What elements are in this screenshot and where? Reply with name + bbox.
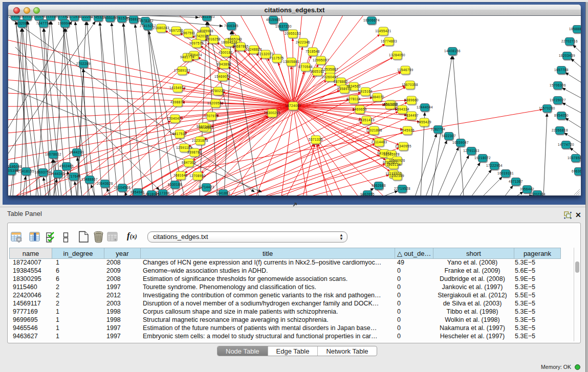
svg-text:12505978: 12505978 [383,152,400,156]
svg-text:8954941: 8954941 [130,190,145,194]
svg-text:16559047: 16559047 [452,141,469,144]
svg-text:1469656: 1469656 [353,107,367,111]
svg-text:2717644: 2717644 [67,174,81,178]
svg-text:19578342: 19578342 [137,19,154,23]
svg-text:8384070: 8384070 [370,95,384,99]
svg-text:18724007: 18724007 [285,104,301,107]
svg-text:15561611: 15561611 [382,103,398,106]
svg-text:12591184: 12591184 [176,146,192,149]
svg-text:7117575: 7117575 [270,56,284,60]
svg-text:18078612: 18078612 [45,152,61,156]
svg-text:7066345: 7066345 [224,24,238,28]
svg-text:16774803: 16774803 [381,39,397,43]
svg-text:18588807: 18588807 [569,27,581,31]
svg-text:5441883: 5441883 [216,191,230,195]
svg-text:17811503: 17811503 [199,16,215,18]
svg-text:11455421: 11455421 [375,29,391,33]
svg-text:2702289: 2702289 [76,62,91,65]
svg-text:18203439: 18203439 [559,54,575,57]
svg-text:8954050: 8954050 [554,114,569,117]
svg-text:9282794: 9282794 [431,127,445,131]
svg-text:4502465: 4502465 [59,164,74,168]
svg-text:1282389: 1282389 [390,174,404,178]
svg-text:9662655: 9662655 [360,192,375,195]
svg-text:4398871: 4398871 [170,100,185,104]
svg-text:13248823: 13248823 [246,48,262,51]
svg-text:1707979: 1707979 [204,114,219,118]
svg-text:9834563: 9834563 [346,84,361,88]
svg-text:8278114: 8278114 [346,97,361,101]
svg-text:5037248: 5037248 [197,125,211,128]
svg-text:18300295: 18300295 [264,111,280,115]
svg-text:18684536: 18684536 [221,40,237,44]
svg-text:11500926: 11500926 [389,159,405,162]
svg-text:8770544: 8770544 [298,65,313,69]
svg-text:2044345: 2044345 [51,172,65,176]
svg-text:10378543: 10378543 [568,156,581,160]
svg-text:12444044: 12444044 [417,105,433,109]
svg-text:1999941: 1999941 [58,21,72,25]
svg-text:13805841: 13805841 [283,60,299,63]
svg-text:16693754: 16693754 [35,170,51,174]
svg-text:5455429: 5455429 [417,120,431,124]
svg-text:12535887: 12535887 [322,68,338,71]
svg-text:3398789: 3398789 [187,150,202,154]
svg-text:16195046: 16195046 [8,165,22,168]
svg-text:3105398: 3105398 [8,169,18,172]
svg-text:3956442: 3956442 [520,187,534,191]
svg-text:5822307: 5822307 [442,134,456,138]
svg-text:9481774: 9481774 [180,55,194,59]
svg-text:20955153: 20955153 [285,32,301,35]
svg-text:12995097: 12995097 [313,58,329,62]
svg-text:9097578: 9097578 [189,41,204,45]
svg-text:11546759: 11546759 [397,68,413,72]
svg-text:14774720: 14774720 [558,143,574,146]
svg-text:6878862: 6878862 [334,80,348,83]
svg-text:21418155: 21418155 [18,169,34,173]
svg-text:4045926: 4045926 [400,128,415,132]
svg-text:19085988: 19085988 [197,29,213,33]
svg-text:4871367: 4871367 [509,180,523,183]
svg-text:13209584: 13209584 [207,101,224,105]
svg-text:11714423: 11714423 [198,185,214,189]
svg-text:12708950: 12708950 [189,174,206,178]
svg-text:22266818: 22266818 [552,128,568,132]
svg-text:1657788: 1657788 [554,68,569,72]
svg-text:6965349: 6965349 [228,37,242,41]
svg-text:10202384: 10202384 [529,192,546,195]
svg-text:13488867: 13488867 [81,178,98,181]
svg-text:6967591: 6967591 [181,31,195,35]
svg-text:21340955: 21340955 [395,144,411,148]
svg-text:14408156: 14408156 [444,49,461,53]
svg-text:7247794: 7247794 [36,21,51,25]
svg-text:11570280: 11570280 [539,106,555,110]
svg-text:9594334: 9594334 [395,107,409,111]
svg-text:9117398: 9117398 [156,191,170,195]
svg-text:11021808: 11021808 [366,128,382,132]
svg-text:20260497: 20260497 [322,75,338,79]
svg-text:19729027: 19729027 [550,98,566,102]
svg-text:1965134: 1965134 [386,163,401,166]
svg-text:4300181: 4300181 [219,51,233,54]
svg-text:15706306: 15706306 [550,83,566,87]
svg-text:21231878: 21231878 [192,139,208,142]
svg-text:18306674: 18306674 [363,18,380,22]
svg-text:20104568: 20104568 [114,186,130,189]
svg-text:22719528: 22719528 [394,187,410,190]
svg-text:4834497: 4834497 [404,114,419,117]
svg-text:2422346: 2422346 [296,40,310,44]
svg-text:14351419: 14351419 [358,118,375,122]
svg-text:5915164: 5915164 [358,90,373,93]
svg-text:4015985: 4015985 [266,18,280,21]
svg-text:19637230: 19637230 [275,25,292,28]
svg-text:17222954: 17222954 [486,164,503,167]
svg-text:14154974: 14154974 [169,86,186,90]
svg-text:6963698: 6963698 [572,169,581,173]
svg-text:17589103: 17589103 [174,69,190,72]
svg-text:7518548: 7518548 [306,50,320,53]
svg-text:4032085: 4032085 [15,21,29,25]
svg-text:8847305: 8847305 [182,161,196,164]
svg-text:7681641: 7681641 [173,173,188,177]
svg-text:22702716: 22702716 [561,39,578,43]
svg-text:9862688: 9862688 [372,184,386,187]
